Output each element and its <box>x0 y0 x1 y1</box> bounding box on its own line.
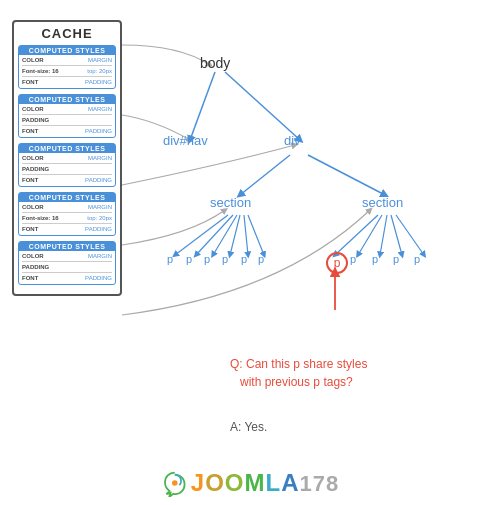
svg-line-1 <box>225 72 300 140</box>
p-node-5: p <box>241 253 247 265</box>
svg-line-12 <box>380 215 387 255</box>
section1-node: section <box>210 195 251 210</box>
svg-point-16 <box>172 480 178 486</box>
cache-card-4-header: COMPUTED STYLES <box>19 193 115 202</box>
p-node-9: p <box>372 253 378 265</box>
svg-line-6 <box>213 215 237 255</box>
joomla-text: JOOMLA178 <box>191 469 339 497</box>
svg-line-2 <box>240 155 290 195</box>
svg-line-9 <box>248 215 264 255</box>
question-text: Q: Can this p share styles with previous… <box>230 355 367 391</box>
svg-line-14 <box>396 215 424 255</box>
cache-card-3-header: COMPUTED STYLES <box>19 144 115 153</box>
main-canvas: CACHE COMPUTED STYLES COLOR MARGIN Font-… <box>0 0 500 505</box>
joomla-logo: JOOMLA178 <box>161 469 339 497</box>
p-node-4: p <box>222 253 228 265</box>
p-node-1: p <box>167 253 173 265</box>
cache-card-4: COMPUTED STYLES COLOR MARGIN Font-size: … <box>18 192 116 236</box>
highlighted-p-node: p <box>326 252 348 274</box>
svg-line-5 <box>196 215 233 255</box>
p-node-2: p <box>186 253 192 265</box>
p-node-8: p <box>350 253 356 265</box>
cache-card-3: COMPUTED STYLES COLOR MARGIN PADDING FON… <box>18 143 116 187</box>
svg-line-13 <box>391 215 402 255</box>
cache-card-2: COMPUTED STYLES COLOR MARGIN PADDING FON… <box>18 94 116 138</box>
svg-line-4 <box>175 215 228 255</box>
body-node: body <box>200 55 230 71</box>
p-node-10: p <box>393 253 399 265</box>
cache-card-5-header: COMPUTED STYLES <box>19 242 115 251</box>
cache-card-2-header: COMPUTED STYLES <box>19 95 115 104</box>
cache-card-1: COMPUTED STYLES COLOR MARGIN Font-size: … <box>18 45 116 89</box>
cache-title: CACHE <box>18 26 116 41</box>
div-nav-node: div#nav <box>163 133 208 148</box>
p-node-6: p <box>258 253 264 265</box>
cache-card-5: COMPUTED STYLES COLOR MARGIN PADDING FON… <box>18 241 116 285</box>
cache-panel: CACHE COMPUTED STYLES COLOR MARGIN Font-… <box>12 20 122 296</box>
svg-line-7 <box>230 215 240 255</box>
cache-card-1-header: COMPUTED STYLES <box>19 46 115 55</box>
p-node-3: p <box>204 253 210 265</box>
p-node-11: p <box>414 253 420 265</box>
svg-line-11 <box>358 215 382 255</box>
joomla-icon <box>161 469 189 497</box>
svg-line-0 <box>190 72 215 140</box>
svg-line-8 <box>244 215 248 255</box>
svg-line-10 <box>335 215 378 255</box>
div-node: div <box>284 133 301 148</box>
svg-line-3 <box>308 155 385 195</box>
section2-node: section <box>362 195 403 210</box>
answer-text: A: Yes. <box>230 420 267 434</box>
